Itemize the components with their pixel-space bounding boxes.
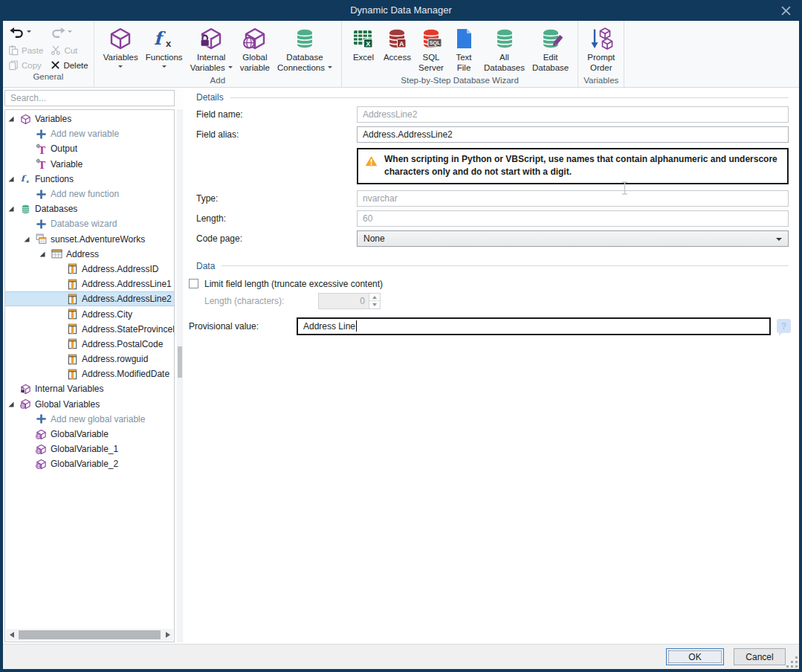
sidebar: Variables Add new variable T Output T Va… (3, 88, 177, 644)
tree-item-output[interactable]: T Output (5, 141, 174, 156)
ribbon-button-label: Server (418, 63, 444, 74)
field-alias-label: Field alias: (196, 129, 357, 140)
resize-grip[interactable] (786, 656, 798, 668)
tree-item-internal-variables[interactable]: Internal Variables (5, 381, 174, 396)
field-alias-input[interactable] (357, 126, 789, 143)
ribbon-button-database-connections[interactable]: DatabaseConnections (274, 22, 336, 73)
plus-icon (36, 413, 47, 424)
scroll-right-icon[interactable] (162, 629, 173, 641)
ribbon: Paste Copy Cut (3, 21, 799, 88)
tree-item-address-rowguid[interactable]: Address.rowguid (5, 352, 174, 366)
tree-item-add-new-variable[interactable]: Add new variable (5, 126, 174, 141)
delete-button[interactable]: Delete (51, 59, 88, 71)
delete-icon (51, 60, 60, 70)
cut-button: Cut (51, 44, 88, 56)
scroll-left-icon[interactable] (6, 629, 17, 641)
ribbon-button-text-file[interactable]: TextFile (447, 22, 480, 73)
tree-item-label: Address.AddressID (82, 264, 158, 274)
close-icon[interactable] (778, 4, 793, 17)
cube-globe-icon (20, 398, 31, 410)
tree-item-database-wizard[interactable]: Database wizard (5, 216, 174, 231)
tree-item-databases[interactable]: Databases (5, 201, 174, 216)
column-icon (67, 308, 78, 320)
tree-item-add-new-function[interactable]: Add new function (5, 187, 174, 201)
ribbon-button-all-databases[interactable]: AllDatabases (480, 22, 528, 73)
field-name-label: Field name: (196, 109, 357, 120)
cube-icon (109, 27, 132, 51)
provisional-value-label: Provisional value: (189, 321, 297, 332)
horizontal-scrollbar[interactable] (6, 629, 173, 641)
ribbon-button-access[interactable]: AAccess (380, 22, 415, 63)
svg-text:f: f (154, 28, 166, 49)
tree-item-label: Address (66, 249, 99, 259)
ribbon-button-label: Variables (103, 53, 138, 63)
tree-item-address-stateprovinceid[interactable]: Address.StateProvinceID (5, 322, 174, 337)
tree-item-address-addressline1[interactable]: Address.AddressLine1 (5, 277, 174, 291)
tree-item-label: Global Variables (35, 399, 100, 410)
window-border-right (799, 21, 802, 672)
length-characters-value: 0 (318, 293, 369, 309)
expand-arrow-icon (7, 115, 15, 123)
ribbon-button-prompt-order[interactable]: PromptOrder (583, 22, 618, 73)
tree-item-address[interactable]: Address (5, 247, 174, 262)
tree-item-label: Add new variable (51, 129, 119, 139)
ribbon-button-internal-variables[interactable]: InternalVariables (187, 22, 236, 73)
tree-item-variables[interactable]: Variables (5, 112, 174, 126)
prompt-icon (589, 27, 613, 51)
ribbon-button-variables[interactable]: Variables (100, 22, 142, 70)
tree-item-global-variables[interactable]: Global Variables (5, 397, 174, 412)
ok-button[interactable]: OK (666, 648, 724, 665)
ribbon-button-excel[interactable]: XExcel (347, 22, 380, 63)
tree-item-label: Address.StateProvinceID (82, 324, 175, 335)
cube-lock-icon (199, 27, 223, 51)
provisional-value-input[interactable]: Address Line (297, 317, 771, 335)
column-icon (67, 294, 78, 305)
dynamic-data-manager-dialog: Dynamic Data Manager (0, 0, 802, 672)
ribbon-button-functions[interactable]: f xFunctions (142, 22, 187, 70)
ribbon-button-label: SQL (423, 53, 440, 63)
undo-button[interactable] (10, 27, 31, 39)
chevron-down-icon (328, 66, 332, 71)
column-icon (67, 263, 78, 274)
ribbon-button-label: Database (532, 63, 569, 74)
limit-field-length-checkbox[interactable] (189, 279, 198, 288)
access-icon: A (385, 27, 409, 51)
tree-item-label: Database wizard (51, 219, 117, 229)
expand-arrow-icon (7, 401, 15, 408)
search-input[interactable] (4, 90, 175, 106)
code-page-dropdown[interactable]: None (357, 230, 789, 247)
tree-item-functions[interactable]: f xFunctions (5, 172, 174, 187)
horizontal-scroll-thumb[interactable] (19, 630, 161, 639)
tree-item-globalvariable-1[interactable]: GlobalVariable_1 (5, 442, 174, 456)
tree-item-label: GlobalVariable_2 (51, 459, 118, 469)
tree-item-address-postalcode[interactable]: Address.PostalCode (5, 337, 174, 352)
db-icon (293, 27, 317, 51)
tree-item-globalvariable[interactable]: GlobalVariable (5, 427, 174, 442)
tree-item-address-modifieddate[interactable]: Address.ModifiedDate (5, 366, 174, 381)
tree-item-address-addressline2[interactable]: Address.AddressLine2 (5, 291, 174, 306)
cut-icon (51, 45, 61, 56)
tree-item-label: Add new global variable (51, 414, 145, 424)
tree-item-address-city[interactable]: Address.City (5, 306, 174, 321)
chevron-down-icon (228, 66, 233, 71)
ribbon-button-sql-server[interactable]: SQLSQLServer (415, 22, 447, 73)
group-label-step-by-step-database-wizard: Step-by-Step Database Wizard (347, 75, 572, 87)
tree-item-address-addressid[interactable]: Address.AddressID (5, 262, 174, 277)
tree-item-globalvariable-2[interactable]: GlobalVariable_2 (5, 456, 174, 471)
provisional-value-text: Address Line (303, 321, 355, 332)
ribbon-button-label: Text (456, 53, 471, 63)
tree-item-sunset-adventureworks[interactable]: sunset.AdventureWorks (5, 232, 174, 247)
tree-item-label: Variables (35, 114, 71, 124)
tree-item-label: Address.City (82, 309, 132, 320)
fx-icon: f x (152, 27, 176, 51)
ribbon-button-global-variable[interactable]: Globalvariable (236, 22, 274, 73)
ribbon-button-edit-database[interactable]: EditDatabase (528, 22, 572, 73)
tree-item-variable[interactable]: T Variable (5, 157, 174, 172)
vertical-scroll-thumb[interactable] (178, 346, 182, 378)
tree-item-add-new-global-variable[interactable]: Add new global variable (5, 412, 174, 427)
cube-lock-icon (20, 384, 31, 395)
tree-item-label: Address.AddressLine2 (82, 294, 172, 304)
group-label-general: General (8, 71, 88, 83)
cancel-button[interactable]: Cancel (734, 648, 786, 665)
vertical-scrollbar[interactable] (177, 109, 183, 642)
